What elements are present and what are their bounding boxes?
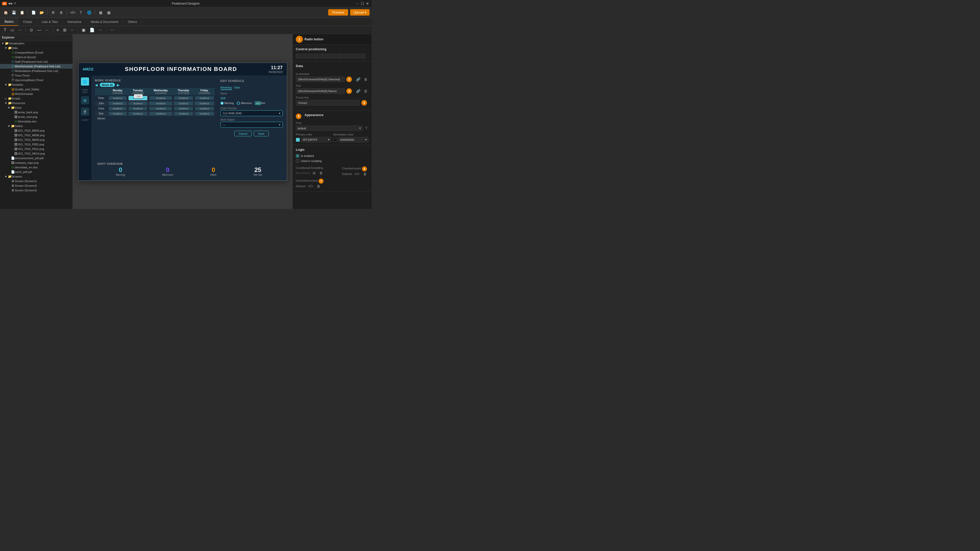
unchecked-code-btn[interactable]: </> xyxy=(307,184,314,189)
is-checked-link-btn[interactable]: 🔗 xyxy=(355,77,361,82)
tree-time[interactable]: ▷ ⏱ Time (Time) xyxy=(0,73,73,78)
list-tool[interactable]: ≡ xyxy=(55,27,60,33)
tree-scripts[interactable]: ▷ 📁 Scripts xyxy=(0,96,73,101)
font-dropdown[interactable]: default ▾ xyxy=(296,125,363,131)
text-link-btn[interactable]: 🔗 xyxy=(355,89,361,94)
tree-lunch[interactable]: ▷ 📄 lunch_pdf.pdf xyxy=(0,170,73,174)
pos-btn-stretch-h[interactable] xyxy=(348,54,354,59)
globe-button[interactable]: 🌐 xyxy=(86,9,93,16)
workstation-dropdown[interactable]: --- ▾ xyxy=(221,122,283,127)
tab-others[interactable]: Others xyxy=(123,18,142,26)
table-tool[interactable]: ⊞ xyxy=(61,27,68,33)
more-media[interactable]: ··· xyxy=(97,27,104,33)
secondary-color-dropdown[interactable]: #00000000 ▾ xyxy=(339,137,369,142)
cell[interactable]: TextBlock xyxy=(194,106,215,111)
unchecked-delete-btn[interactable]: 🗑 xyxy=(316,184,321,189)
code-button[interactable]: </> xyxy=(69,9,76,16)
order-dropdown[interactable]: 112-4930-2945 ▾ xyxy=(221,110,283,116)
tree-iso-m008[interactable]: ▷ 🖼 ISO_7010_M008.png xyxy=(0,133,73,138)
save-button[interactable]: Save xyxy=(254,130,269,136)
tab-interactive[interactable]: Interactive xyxy=(63,18,86,26)
cell[interactable]: TextBlock xyxy=(108,101,127,106)
tree-screens[interactable]: ▼ 📁 Screens xyxy=(0,174,73,179)
cell[interactable]: TextBlock1300 xyxy=(127,95,148,101)
pos-btn-tl[interactable] xyxy=(296,54,301,59)
tree-variables[interactable]: ▼ 📁 Variables xyxy=(0,83,73,87)
prev-week-button[interactable]: ◀ xyxy=(95,83,98,87)
cell[interactable]: TextBlock xyxy=(173,106,194,111)
tree-visualization[interactable]: ▼ 📁 Visualization xyxy=(0,41,73,46)
pos-btn-stretch-v[interactable] xyxy=(355,54,360,59)
tab-basics[interactable]: Basics xyxy=(0,18,18,26)
primary-color-dropdown[interactable]: #FF18FFFF ▾ xyxy=(301,137,331,142)
cell[interactable] xyxy=(148,116,173,121)
cell[interactable]: TextBlock xyxy=(148,111,173,116)
text-delete-btn[interactable]: 🗑 xyxy=(363,89,369,94)
cell[interactable]: TextBlock xyxy=(194,111,215,116)
is-checked-input[interactable]: {WorkScheduleShifts[0].Selected} xyxy=(296,76,345,82)
text-input[interactable]: {WorkScheduleShifts[0].Name} xyxy=(296,88,345,94)
tree-quality[interactable]: ▷ ▧ Quality_and_Safety xyxy=(0,87,73,92)
text-button[interactable]: T xyxy=(77,9,84,16)
new-button[interactable]: 📄 xyxy=(30,9,37,16)
media-tool[interactable]: ▣ xyxy=(80,27,87,33)
next-week-button[interactable]: ▶ xyxy=(117,83,120,87)
radio-afternoon[interactable]: Afternoon xyxy=(237,102,252,105)
cell[interactable]: TextBlock xyxy=(127,111,148,116)
is-enabled-checkbox[interactable]: ✓ xyxy=(296,154,299,158)
is-checked-delete-btn[interactable]: 🗑 xyxy=(363,77,369,82)
pos-btn-br[interactable] xyxy=(343,54,348,59)
pos-btn-tr[interactable] xyxy=(307,54,313,59)
tree-arrow-back[interactable]: ▷ 🖼 arrow_back.png xyxy=(0,110,73,114)
cell[interactable] xyxy=(194,116,215,121)
cell[interactable]: TextBlock xyxy=(127,106,148,111)
grid2-button[interactable]: ▦ xyxy=(105,9,112,16)
tab-date[interactable]: Date xyxy=(234,86,240,90)
tree-demodata[interactable]: ▷ ⊞ Demodata.xlsx xyxy=(0,119,73,124)
line-tool[interactable]: — xyxy=(35,27,43,33)
circle-tool[interactable]: ⊙ xyxy=(28,27,35,33)
cell[interactable] xyxy=(173,116,194,121)
text-tool[interactable]: T xyxy=(2,27,8,33)
extra-tool[interactable]: ··· xyxy=(108,27,115,33)
more-shapes[interactable]: ··· xyxy=(43,27,50,33)
settings-button[interactable]: ⚙ xyxy=(49,9,57,16)
tree-resources[interactable]: ▼ 📁 Resources xyxy=(0,101,73,105)
cell[interactable]: TextBlock xyxy=(127,101,148,106)
tab-media-docs[interactable]: Media & Documents xyxy=(86,18,123,26)
tree-arrow-next[interactable]: ▷ 🖼 arrow_next.png xyxy=(0,114,73,119)
input-420-overlay[interactable]: 420 xyxy=(255,101,261,105)
scripting-checkbox[interactable] xyxy=(296,159,299,163)
cell[interactable]: TextBlock xyxy=(108,106,127,111)
tree-announcement[interactable]: ▷ 📄 announcement_pdf.pdf xyxy=(0,156,73,160)
tree-screen1[interactable]: ▷ 🖥 Screen (Screen1) xyxy=(0,179,73,183)
tree-icons[interactable]: ▼ 📁 Icons xyxy=(0,105,73,110)
tree-orderlist[interactable]: ▷ ⊞ OrderList (Excel) xyxy=(0,55,73,59)
preview-button[interactable]: Preview xyxy=(328,9,348,16)
cell[interactable]: TextBlock xyxy=(148,95,173,101)
cell[interactable]: TextBlock xyxy=(173,111,194,116)
cond-format-delete-btn[interactable]: 🗑 xyxy=(318,170,324,176)
checked-delete-btn[interactable]: 🗑 xyxy=(362,171,368,176)
pdf-tool[interactable]: 📄 xyxy=(88,27,97,33)
rect-tool[interactable]: ▭ xyxy=(9,27,16,33)
tree-iso-m003[interactable]: ▷ 🖼 ISO_7010_M003.png xyxy=(0,128,73,133)
tab-charts[interactable]: Charts xyxy=(18,18,37,26)
tree-iso-p002[interactable]: ▷ 🖼 ISO_7010_P002.png xyxy=(0,142,73,147)
pos-btn-ml[interactable] xyxy=(313,54,318,59)
monitor-button[interactable]: 🖥 xyxy=(58,9,65,16)
tree-demodata-en[interactable]: ▷ ⊞ demodata_en.xlsx xyxy=(0,165,73,170)
grid-button[interactable]: ▦ xyxy=(97,9,104,16)
maximize-button[interactable]: ☐ xyxy=(360,2,364,6)
save-as-button[interactable]: 📋 xyxy=(18,9,25,16)
home-button[interactable]: 🏠 xyxy=(2,9,9,16)
tab-weekday[interactable]: Weekday xyxy=(221,86,232,90)
cell[interactable]: TextBlock xyxy=(148,101,173,106)
tree-screen2[interactable]: ▷ 🖥 Screen (Screen2) xyxy=(0,183,73,188)
tree-staff[interactable]: ▷ ⬡ Staff (Peakboard Hub List) xyxy=(0,59,73,64)
cell[interactable]: TextBlock xyxy=(148,106,173,111)
cell[interactable]: TextBlock xyxy=(108,95,127,101)
cell[interactable]: TextBlock xyxy=(173,101,194,106)
tree-upcomingweek[interactable]: ▷ ⏱ UpcomingWeek (Time) xyxy=(0,78,73,83)
tree-workstations[interactable]: ▷ ⬡ Workstations (Peakboard Hub List) xyxy=(0,68,73,73)
